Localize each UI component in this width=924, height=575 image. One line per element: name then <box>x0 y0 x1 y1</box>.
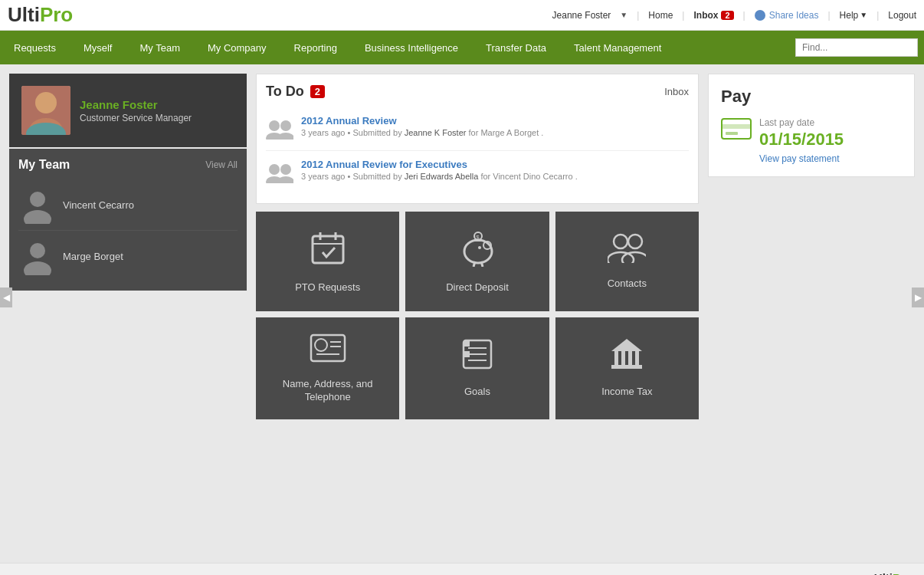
inbox-count-badge: 2 <box>721 11 733 20</box>
svg-line-25 <box>481 261 483 267</box>
main-content: Jeanne Foster Customer Service Manager M… <box>0 64 924 563</box>
nav-my-team[interactable]: My Team <box>126 31 194 64</box>
svg-rect-53 <box>726 132 738 135</box>
profile-name[interactable]: Jeanne Foster <box>80 98 192 111</box>
team-member-avatar-0 <box>18 186 57 224</box>
pay-title: Pay <box>721 87 902 107</box>
team-member-avatar-1 <box>18 237 57 275</box>
svg-rect-49 <box>635 351 639 365</box>
todo-item-title-0[interactable]: 2012 Annual Review <box>301 115 689 127</box>
tile-direct-deposit[interactable]: $ Direct Deposit <box>405 212 549 311</box>
todo-item-content-1: 2012 Annual Review for Executives 3 year… <box>301 159 689 181</box>
svg-rect-45 <box>611 365 642 369</box>
footer-powered: POWERED BY UltiPro <box>814 571 912 575</box>
nav-bi[interactable]: Business Intelligence <box>351 31 472 64</box>
svg-point-32 <box>628 235 642 248</box>
todo-count-badge: 2 <box>310 85 325 98</box>
pay-card: Pay Last pay date 01/15/2015 View pay st… <box>708 74 915 177</box>
footer: Copyright © 1997-2015. The Ultimate Soft… <box>0 563 924 575</box>
svg-point-30 <box>614 235 627 248</box>
user-name-link[interactable]: Jeanne Foster <box>552 10 611 21</box>
my-team-header: My Team View All <box>18 158 238 172</box>
svg-point-35 <box>315 339 327 351</box>
contacts-label: Contacts <box>608 278 647 291</box>
tile-contacts[interactable]: Contacts <box>555 212 699 311</box>
todo-header: To Do 2 Inbox <box>266 84 689 100</box>
tile-name-address[interactable]: Name, Address, and Telephone <box>256 317 399 419</box>
logo: UltiPro <box>8 3 73 27</box>
logo-pro: Pro <box>40 3 73 26</box>
svg-rect-18 <box>313 236 343 263</box>
todo-title: To Do 2 <box>266 84 325 100</box>
center-panel: To Do 2 Inbox 2012 Annual Review <box>256 74 699 554</box>
scroll-right-arrow[interactable]: ▶ <box>912 288 924 307</box>
nav-myself[interactable]: Myself <box>70 31 126 64</box>
nav-reporting[interactable]: Reporting <box>280 31 351 64</box>
help-dropdown-arrow: ▼ <box>860 11 867 19</box>
svg-point-14 <box>269 164 280 175</box>
pay-date: 01/15/2015 <box>759 130 844 150</box>
pay-content: Last pay date 01/15/2015 View pay statem… <box>721 117 902 164</box>
svg-point-12 <box>280 120 291 131</box>
svg-text:$: $ <box>476 234 480 241</box>
svg-rect-44 <box>464 351 470 357</box>
todo-item-1: 2012 Annual Review for Executives 3 year… <box>266 151 689 194</box>
pto-label: PTO Requests <box>295 281 360 294</box>
avatar-image <box>21 86 70 135</box>
user-dropdown-arrow[interactable]: ▼ <box>620 11 627 19</box>
todo-item-icon-1 <box>266 159 293 186</box>
svg-rect-43 <box>464 340 470 347</box>
todo-section: To Do 2 Inbox 2012 Annual Review <box>256 74 699 204</box>
profile-info: Jeanne Foster Customer Service Manager <box>80 98 192 123</box>
profile-card: Jeanne Foster Customer Service Manager <box>9 74 247 147</box>
goals-icon <box>460 337 494 378</box>
avatar <box>21 86 70 135</box>
contacts-icon <box>608 232 646 270</box>
quick-links-grid: PTO Requests $ <box>256 212 699 419</box>
svg-rect-47 <box>621 351 625 365</box>
nav-bar: Requests Myself My Team My Company Repor… <box>0 31 924 64</box>
todo-item-content-0: 2012 Annual Review 3 years ago • Submitt… <box>301 115 689 137</box>
logo-ulti: Ulti <box>8 3 40 26</box>
todo-item-0: 2012 Annual Review 3 years ago • Submitt… <box>266 107 689 151</box>
nav-transfer-data[interactable]: Transfer Data <box>472 31 560 64</box>
tile-goals[interactable]: Goals <box>405 317 549 419</box>
tile-pto-requests[interactable]: PTO Requests <box>256 212 399 311</box>
goals-label: Goals <box>464 386 490 399</box>
inbox-link-top[interactable]: Inbox <box>693 10 718 21</box>
help-link[interactable]: Help ▼ <box>840 10 868 21</box>
nav-talent-mgmt[interactable]: Talent Management <box>560 31 675 64</box>
team-member-name-0: Vincent Cecarro <box>63 199 134 211</box>
todo-item-title-1[interactable]: 2012 Annual Review for Executives <box>301 159 689 170</box>
team-member-0[interactable]: Vincent Cecarro <box>18 179 238 231</box>
todo-label: To Do <box>266 84 304 100</box>
top-bar: UltiPro Jeanne Foster ▼ | Home | Inbox 2… <box>0 0 924 31</box>
team-members-container: Vincent Cecarro Marge Borget <box>18 179 238 281</box>
top-right-nav: Jeanne Foster ▼ | Home | Inbox 2 | Share… <box>552 10 916 21</box>
my-team-title: My Team <box>18 158 70 172</box>
svg-point-10 <box>269 120 280 131</box>
scroll-left-arrow[interactable]: ◀ <box>0 288 12 307</box>
team-member-1[interactable]: Marge Borget <box>18 231 238 281</box>
logout-link[interactable]: Logout <box>888 10 916 21</box>
name-address-label: Name, Address, and Telephone <box>264 378 392 404</box>
home-link[interactable]: Home <box>648 10 673 21</box>
svg-point-8 <box>30 243 45 258</box>
search-input[interactable] <box>795 38 918 57</box>
view-all-link[interactable]: View All <box>205 159 238 170</box>
tile-income-tax[interactable]: Income Tax <box>555 317 699 419</box>
profile-title: Customer Service Manager <box>80 113 192 123</box>
income-tax-label: Income Tax <box>601 386 652 399</box>
svg-marker-50 <box>611 339 642 351</box>
nav-my-company[interactable]: My Company <box>194 31 280 64</box>
share-ideas-link[interactable]: Share Ideas <box>755 10 819 21</box>
nav-requests[interactable]: Requests <box>0 31 70 64</box>
my-team-panel: My Team View All Vincent Cecarro <box>9 149 247 291</box>
svg-point-5 <box>30 192 45 207</box>
footer-logo-pro: Pro <box>893 571 912 575</box>
footer-logo-ulti: Ulti <box>874 571 893 575</box>
bubble-icon <box>755 10 765 21</box>
inbox-link[interactable]: Inbox <box>664 86 689 97</box>
name-address-icon <box>309 333 347 370</box>
view-statement-link[interactable]: View pay statement <box>759 153 840 164</box>
